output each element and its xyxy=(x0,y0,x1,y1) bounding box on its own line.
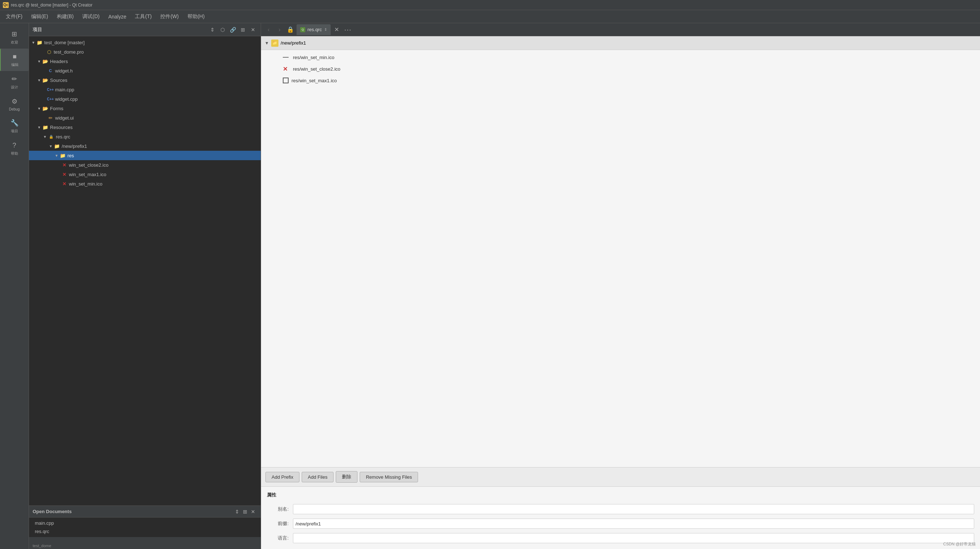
split-button[interactable]: ⊞ xyxy=(239,26,247,34)
close-panel-button[interactable]: ✕ xyxy=(249,26,257,34)
res-folder-icon: 📁 xyxy=(59,152,66,159)
sidebar-item-edit[interactable]: ■ 编辑 xyxy=(0,49,29,71)
tree-item-prefix1[interactable]: ▼ 📁 /new/prefix1 xyxy=(29,141,261,151)
menu-item-f[interactable]: 文件(F) xyxy=(2,12,27,21)
tab-options-button[interactable]: ⋯ xyxy=(343,25,352,35)
close-tab-button[interactable]: ✕ xyxy=(332,25,342,35)
tree-item-widgetui[interactable]: ✏ widget.ui xyxy=(29,113,261,122)
x-icon-max1: ✕ xyxy=(61,171,67,178)
window-title: res.qrc @ test_dome [master] - Qt Creato… xyxy=(11,3,92,8)
arrow-resources: ▼ xyxy=(36,124,42,130)
add-prefix-button[interactable]: Add Prefix xyxy=(266,472,299,482)
tab-label: res.qrc xyxy=(307,27,322,32)
tab-select-arrow[interactable]: ⇕ xyxy=(324,27,327,32)
tree-item-resources[interactable]: ▼ 📁 Resources xyxy=(29,122,261,132)
qt-icon: Qc xyxy=(3,2,9,8)
docs-split-button[interactable]: ⊞ xyxy=(241,508,249,516)
sidebar-label-edit: 编辑 xyxy=(11,62,19,67)
prefix-label: 前缀: xyxy=(267,520,289,527)
tree-item-headers[interactable]: ▼ 📂 Headers xyxy=(29,57,261,66)
tree-label-min: win_set_min.ico xyxy=(69,181,258,187)
doc-item-resqrc[interactable]: res.qrc xyxy=(29,527,261,536)
filter-toggle-button[interactable]: ⇕ xyxy=(208,26,216,34)
sidebar-item-design[interactable]: ✏ 设计 xyxy=(0,71,29,94)
folder-icon-root: 📁 xyxy=(36,39,43,46)
menu-item-d[interactable]: 调试(D) xyxy=(78,12,104,21)
open-documents-panel: Open Documents ⇕ ⊞ ✕ main.cpp res.qrc xyxy=(29,506,261,549)
add-files-button[interactable]: Add Files xyxy=(302,472,334,482)
sidebar-item-projects[interactable]: 🔧 项目 xyxy=(0,115,29,137)
sidebar-item-welcome[interactable]: ⊞ 欢迎 xyxy=(0,26,29,49)
file-row-min[interactable]: — res/win_set_min.ico xyxy=(261,51,980,63)
tree-label-sources: Sources xyxy=(50,78,258,83)
file-row-max1[interactable]: res/win_set_max1.ico xyxy=(261,75,980,86)
prefix-input[interactable] xyxy=(293,519,974,529)
menu-item-t[interactable]: 工具(T) xyxy=(130,12,156,21)
tree-item-max1[interactable]: ✕ win_set_max1.ico xyxy=(29,170,261,179)
file-status-x-close2: ✕ xyxy=(283,66,290,73)
menu-item-e[interactable]: 编辑(E) xyxy=(27,12,52,21)
docs-close-button[interactable]: ✕ xyxy=(249,508,257,516)
menu-bar: 文件(F)编辑(E)构建(B)调试(D)Analyze工具(T)控件(W)帮助(… xyxy=(0,10,980,23)
arrow-pro xyxy=(40,49,46,55)
panel-title: 项目 xyxy=(33,27,206,33)
tree-item-close2[interactable]: ✕ win_set_close2.ico xyxy=(29,160,261,170)
tree-label-widgeth: widget.h xyxy=(55,68,258,73)
remove-missing-button[interactable]: Remove Missing Files xyxy=(360,472,418,482)
tree-item-widgeth[interactable]: C widget.h xyxy=(29,66,261,75)
back-button[interactable]: ‹ xyxy=(264,25,274,35)
docs-title: Open Documents xyxy=(33,509,233,514)
qrc-icon: 🔒 xyxy=(48,133,54,140)
menu-item-b[interactable]: 构建(B) xyxy=(52,12,78,21)
menu-item-analyze[interactable]: Analyze xyxy=(104,12,131,21)
project-tree[interactable]: ▼ 📁 test_dome [master] ⬡ test_dome.pro ▼… xyxy=(29,36,261,506)
tree-item-pro[interactable]: ⬡ test_dome.pro xyxy=(29,47,261,57)
file-list: — res/win_set_min.ico ✕ res/win_set_clos… xyxy=(261,50,980,467)
x-icon-min: ✕ xyxy=(61,181,67,187)
prop-row-language: 语言: xyxy=(261,531,980,545)
tree-label-root: test_dome [master] xyxy=(44,40,258,45)
watermark: CSDN @好帝龙猫 xyxy=(943,541,976,547)
docs-header: Open Documents ⇕ ⊞ ✕ xyxy=(29,506,261,517)
cpp-icon-widget: C++ xyxy=(47,96,54,102)
arrow-forms: ▼ xyxy=(36,105,42,111)
tree-label-widgetcpp: widget.cpp xyxy=(55,97,258,102)
filter-button[interactable]: ⬡ xyxy=(219,26,227,34)
sidebar-item-debug[interactable]: ⚙ Debug xyxy=(0,94,29,115)
file-name-max1: res/win_set_max1.ico xyxy=(291,78,337,83)
tree-item-sources[interactable]: ▼ 📂 Sources xyxy=(29,75,261,85)
prop-row-prefix: 前缀: xyxy=(261,516,980,531)
delete-button[interactable]: 删除 xyxy=(336,471,358,483)
alias-label: 别名: xyxy=(267,506,289,513)
sidebar-label-debug: Debug xyxy=(9,107,19,111)
arrow-res: ▼ xyxy=(54,152,59,159)
tree-item-min[interactable]: ✕ win_set_min.ico xyxy=(29,179,261,189)
menu-item-h[interactable]: 帮助(H) xyxy=(183,12,209,21)
link-button[interactable]: 🔗 xyxy=(229,26,237,34)
sidebar-item-help[interactable]: ? 帮助 xyxy=(0,137,29,160)
tree-label-resqrc: res.qrc xyxy=(56,134,258,140)
file-name-min: res/win_set_min.ico xyxy=(293,55,334,60)
properties-title: 属性 xyxy=(261,490,980,502)
lock-button[interactable]: 🔒 xyxy=(286,25,295,35)
prefix-header[interactable]: ▼ 📁 /new/prefix1 xyxy=(261,36,980,50)
file-name-close2: res/win_set_close2.ico xyxy=(293,66,340,72)
tree-item-forms[interactable]: ▼ 📂 Forms xyxy=(29,104,261,113)
tree-item-resqrc[interactable]: ▼ 🔒 res.qrc xyxy=(29,132,261,141)
tree-item-maincpp[interactable]: C++ main.cpp xyxy=(29,85,261,94)
file-row-close2[interactable]: ✕ res/win_set_close2.ico xyxy=(261,63,980,75)
alias-input[interactable] xyxy=(293,504,974,514)
tree-item-widgetcpp[interactable]: C++ widget.cpp xyxy=(29,94,261,104)
language-input[interactable] xyxy=(293,533,974,543)
tree-item-res[interactable]: ▼ 📁 res xyxy=(29,151,261,160)
tree-item-root[interactable]: ▼ 📁 test_dome [master] xyxy=(29,38,261,47)
tree-label-res: res xyxy=(67,153,258,159)
menu-item-w[interactable]: 控件(W) xyxy=(156,12,183,21)
docs-sort-button[interactable]: ⇕ xyxy=(233,508,241,516)
forward-button[interactable]: › xyxy=(275,25,284,35)
res-qrc-tab[interactable]: Q res.qrc ⇕ xyxy=(297,24,331,35)
doc-item-maincpp[interactable]: main.cpp xyxy=(29,519,261,527)
sidebar-label-design: 设计 xyxy=(11,85,18,90)
bottom-status: test_dome xyxy=(29,543,55,549)
tree-label-forms: Forms xyxy=(50,106,258,111)
